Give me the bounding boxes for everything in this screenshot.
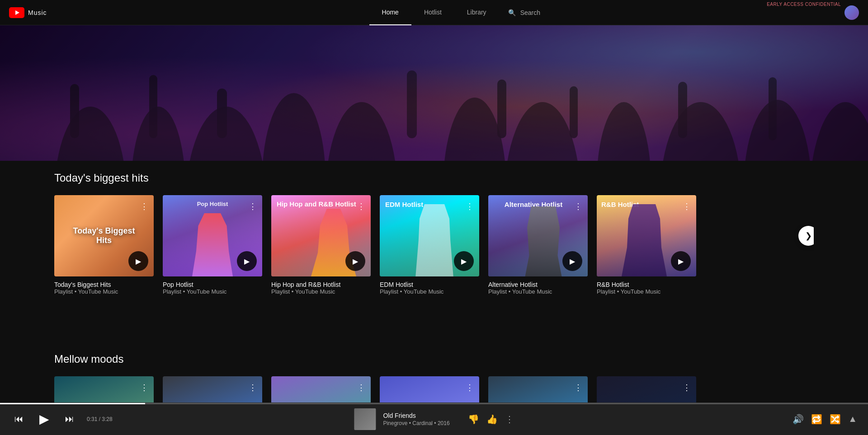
svg-point-9 — [597, 102, 651, 161]
card-title-2: Pop Hotlist — [163, 281, 262, 288]
card-thumb-1: Today's BiggestHits ⋮ ▶ — [54, 195, 154, 276]
navbar-right: EARLY ACCESS CONFIDENTIAL — [844, 5, 859, 20]
svg-point-12 — [809, 102, 868, 161]
card-thumb-2: Pop Hotlist ⋮ ▶ — [163, 195, 262, 276]
play-pause-button[interactable]: ▶ — [36, 411, 52, 427]
section-title-biggest-hits: Today's biggest hits — [54, 172, 814, 184]
card-play-btn-2[interactable]: ▶ — [237, 251, 257, 271]
player-track-title: Old Friends — [383, 412, 449, 419]
nav-home[interactable]: Home — [369, 0, 411, 25]
card-play-btn-3[interactable]: ▶ — [345, 251, 365, 271]
app-logo[interactable]: Music — [9, 7, 47, 18]
player-track-meta: Pinegrove • Cardinal • 2016 — [383, 420, 449, 426]
hero-silhouettes — [0, 61, 868, 161]
svg-point-3 — [131, 107, 185, 161]
svg-point-11 — [744, 100, 811, 161]
shuffle-button[interactable]: 🔀 — [830, 414, 841, 425]
player-more-button[interactable]: ⋮ — [505, 414, 514, 425]
card-thumb-3: Hip Hop and R&B Hotlist ⋮ ▶ — [271, 195, 371, 276]
svg-point-5 — [262, 93, 326, 161]
hero-banner — [0, 25, 868, 161]
svg-point-2 — [54, 107, 127, 161]
card-subtitle-6: Playlist • YouTube Music — [597, 288, 696, 295]
card-overlay-label-3: Hip Hop and R&B Hotlist — [277, 200, 357, 209]
card-overlay-label-2: Pop Hotlist — [197, 201, 228, 207]
card-title-4: EDM Hotlist — [380, 281, 479, 288]
card-more-btn-3[interactable]: ⋮ — [355, 200, 367, 213]
svg-rect-19 — [678, 82, 687, 138]
svg-point-8 — [504, 102, 581, 161]
main-content: Today's biggest hits Today's BiggestHits… — [0, 161, 868, 435]
thumbs-down-button[interactable]: 👎 — [468, 414, 479, 425]
repeat-button[interactable]: 🔁 — [811, 414, 822, 425]
svg-rect-16 — [497, 80, 506, 138]
card-more-btn-m6[interactable]: ⋮ — [681, 381, 693, 394]
card-more-btn-6[interactable]: ⋮ — [681, 200, 693, 213]
card-edm[interactable]: EDM Hotlist ⋮ ▶ EDM Hotlist Playlist • Y… — [380, 195, 479, 295]
search-icon: 🔍 — [508, 9, 516, 16]
card-more-btn-m2[interactable]: ⋮ — [247, 381, 259, 394]
card-thumb-4: EDM Hotlist ⋮ ▶ — [380, 195, 479, 276]
card-more-btn-2[interactable]: ⋮ — [247, 200, 259, 213]
skip-back-button[interactable]: ⏮ — [11, 411, 27, 427]
card-more-btn-m5[interactable]: ⋮ — [572, 381, 584, 394]
app-name: Music — [28, 9, 47, 16]
svg-point-10 — [660, 102, 741, 161]
card-title-3: Hip Hop and R&B Hotlist — [271, 281, 371, 288]
card-play-btn-4[interactable]: ▶ — [454, 251, 474, 271]
section-title-mellow: Mellow moods — [54, 353, 814, 365]
card-play-btn-5[interactable]: ▶ — [562, 251, 582, 271]
skip-forward-button[interactable]: ⏭ — [61, 411, 78, 427]
card-rnb[interactable]: R&B Hotlist ⋮ ▶ R&B Hotlist Playlist • Y… — [597, 195, 696, 295]
main-nav: Home Hotlist Library 🔍 Search — [74, 0, 844, 25]
card-thumb-5: Alternative Hotlist ⋮ ▶ — [488, 195, 588, 276]
card-subtitle-2: Playlist • YouTube Music — [163, 288, 262, 295]
card-hiphop-rnb[interactable]: Hip Hop and R&B Hotlist ⋮ ▶ Hip Hop and … — [271, 195, 371, 295]
expand-button[interactable]: ▲ — [848, 414, 857, 424]
player-rating-actions: 👎 👍 ⋮ — [468, 414, 514, 425]
section-biggest-hits: Today's biggest hits Today's BiggestHits… — [54, 172, 814, 295]
player-bar: ⏮ ▶ ⏭ 0:31 / 3:28 Old Friends Pinegrove … — [0, 402, 868, 435]
card-title-6: R&B Hotlist — [597, 281, 696, 288]
early-access-label: EARLY ACCESS CONFIDENTIAL — [767, 2, 841, 7]
search-label: Search — [520, 9, 540, 16]
svg-rect-18 — [407, 70, 417, 138]
svg-rect-20 — [769, 77, 777, 140]
card-more-btn-m1[interactable]: ⋮ — [138, 381, 150, 394]
card-more-btn-4[interactable]: ⋮ — [464, 200, 476, 213]
card-biggest-hits[interactable]: Today's BiggestHits ⋮ ▶ Today's Biggest … — [54, 195, 154, 295]
svg-rect-15 — [217, 89, 227, 138]
thumbs-up-button[interactable]: 👍 — [486, 414, 498, 425]
card-subtitle-5: Playlist • YouTube Music — [488, 288, 588, 295]
player-progress-track[interactable] — [0, 403, 868, 404]
carousel-next-btn[interactable]: ❯ — [798, 226, 814, 246]
nav-hotlist[interactable]: Hotlist — [411, 0, 454, 25]
user-avatar[interactable] — [844, 5, 859, 20]
card-label-1: Today's BiggestHits — [59, 226, 149, 245]
spacer — [54, 317, 814, 353]
card-more-btn-m3[interactable]: ⋮ — [355, 381, 367, 394]
player-controls: ⏮ ▶ ⏭ 0:31 / 3:28 — [11, 411, 113, 427]
player-progress-fill — [0, 403, 145, 404]
card-subtitle-1: Playlist • YouTube Music — [54, 288, 154, 295]
nav-search[interactable]: 🔍 Search — [499, 9, 549, 16]
card-play-btn-1[interactable]: ▶ — [128, 251, 148, 271]
card-alternative[interactable]: Alternative Hotlist ⋮ ▶ Alternative Hotl… — [488, 195, 588, 295]
player-right-controls: 🔊 🔁 🔀 ▲ — [793, 414, 857, 425]
player-track-info: Old Friends Pinegrove • Cardinal • 2016 … — [354, 408, 514, 430]
card-more-btn-1[interactable]: ⋮ — [138, 200, 150, 213]
player-info: Old Friends Pinegrove • Cardinal • 2016 — [383, 412, 449, 426]
card-title-1: Today's Biggest Hits — [54, 281, 154, 288]
svg-rect-17 — [570, 86, 578, 138]
volume-button[interactable]: 🔊 — [793, 414, 804, 425]
player-thumbnail — [354, 408, 376, 430]
svg-rect-13 — [70, 84, 79, 138]
card-more-btn-m4[interactable]: ⋮ — [464, 381, 476, 394]
card-play-btn-6[interactable]: ▶ — [671, 251, 691, 271]
nav-library[interactable]: Library — [454, 0, 499, 25]
card-pop-hotlist[interactable]: Pop Hotlist ⋮ ▶ Pop Hotlist Playlist • Y… — [163, 195, 262, 295]
card-title-5: Alternative Hotlist — [488, 281, 588, 288]
card-more-btn-5[interactable]: ⋮ — [572, 200, 584, 213]
card-subtitle-3: Playlist • YouTube Music — [271, 288, 371, 295]
svg-point-7 — [443, 98, 506, 161]
